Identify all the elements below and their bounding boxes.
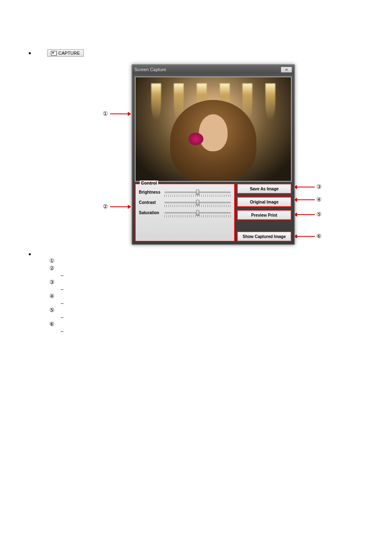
dialog-title: Screen Capture [134,67,166,72]
slider-thumb[interactable] [196,200,199,206]
saturation-label: Saturation [139,210,164,215]
dash: – [61,314,367,320]
titlebar: Screen Capture ✕ [132,65,294,74]
capture-label: CAPTURE [58,51,80,56]
callout-5: ⑤ [316,211,322,218]
preview-print-button[interactable]: Preview Print [237,210,292,220]
arrow-6 [294,236,315,237]
close-button[interactable]: ✕ [281,67,292,73]
description-list: ① ② – ③ – ④ – ⑤ – ⑥ – [29,253,367,334]
num-1: ① [49,257,58,264]
arrow-5 [294,214,315,215]
brightness-label: Brightness [139,190,164,194]
preview-image [135,76,292,182]
show-captured-image-button[interactable]: Show Captured Image [237,231,292,242]
button-column: Save As Image Original Image Preview Pri… [237,183,292,242]
dash: – [61,287,367,292]
dash: – [61,273,367,278]
num-6: ⑥ [49,321,58,328]
dash: – [61,301,367,306]
arrow-3 [294,187,315,187]
figure: ① ② ③ ④ ⑤ ⑥ Screen Capture ✕ [78,64,333,249]
control-legend: Control [140,180,158,185]
arrow-4 [294,199,315,200]
dash: – [61,328,367,334]
num-5: ⑤ [49,307,58,314]
callout-3: ③ [316,183,322,190]
num-3: ③ [49,279,58,286]
num-2: ② [49,265,58,272]
arrow-1 [110,113,131,114]
figure-flower [189,133,203,145]
num-4: ④ [49,293,58,300]
saturation-row: Saturation [139,210,231,215]
bullet-icon [29,253,31,255]
save-as-image-button[interactable]: Save As Image [237,183,292,194]
slider-thumb[interactable] [196,210,199,216]
capture-icon [51,51,57,56]
capture-button[interactable]: CAPTURE [47,49,84,57]
callout-1: ① [103,110,108,117]
contrast-label: Contrast [139,200,164,205]
contrast-row: Contrast [139,200,231,205]
slider-thumb[interactable] [196,190,199,195]
arrow-2 [110,206,131,207]
contrast-slider[interactable] [164,202,231,204]
line-capture: CAPTURE [29,49,367,57]
figure-face [199,114,228,151]
original-image-button[interactable]: Original Image [237,197,292,207]
callout-2: ② [103,203,108,210]
screen-capture-dialog: Screen Capture ✕ Control Brightness [131,64,295,245]
lower-panel: Control Brightness Contrast Saturation [135,183,292,242]
brightness-row: Brightness [139,190,231,194]
callout-4: ④ [316,196,322,203]
bullet-icon [29,52,31,54]
control-fieldset: Control Brightness Contrast Saturation [135,183,235,242]
callout-6: ⑥ [316,233,322,240]
brightness-slider[interactable] [164,192,231,193]
saturation-slider[interactable] [164,212,231,214]
page: CAPTURE ① ② ③ ④ ⑤ ⑥ Screen Capture ✕ [0,0,392,351]
